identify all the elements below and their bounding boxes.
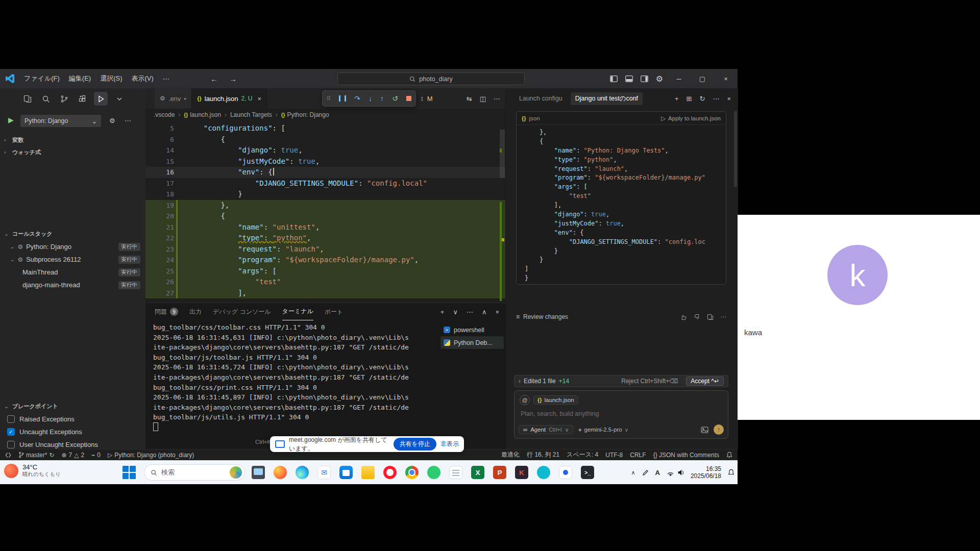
taskbar-mail-icon[interactable]: ✉ [315, 463, 333, 482]
review-more-icon[interactable]: ⋯ [720, 313, 726, 320]
explorer-icon[interactable] [20, 92, 34, 106]
menu-item[interactable]: 編集(E) [64, 74, 95, 83]
taskbar-dark-app-icon[interactable]: K [512, 463, 531, 482]
restart-icon[interactable]: ↺ [392, 94, 398, 103]
window-maximize-button[interactable]: ▢ [691, 69, 714, 88]
step-out-icon[interactable]: ↑ [380, 94, 384, 103]
breakpoint-checkbox[interactable] [7, 441, 15, 448]
section-call-stack[interactable]: ⌄ コールスタック [0, 228, 145, 239]
edited-files-row[interactable]: › Edited 1 file +14 Reject Ctrl+Shift+⌫ … [514, 375, 728, 387]
chat-input-box[interactable]: @ {} launch.json Plan, search, build any… [514, 390, 728, 439]
taskbar-explorer-icon[interactable] [359, 463, 377, 482]
step-into-icon[interactable]: ↓ [369, 94, 372, 103]
ports-status[interactable]: ⌁ 0 [91, 452, 101, 459]
code-line[interactable]: "name": "Python: Django Tests", [523, 146, 723, 156]
taskbar-chrome-icon[interactable] [403, 463, 421, 482]
callstack-item[interactable]: MainThread実行中 [0, 266, 145, 279]
agent-mode-picker[interactable]: ∞ Agent Ctrl+I ∨ [519, 425, 573, 434]
code-line[interactable]: "DJANGO_SETTINGS_MODULE": "config.loc [523, 238, 723, 247]
code-line[interactable]: 14 "django": true, [145, 145, 505, 156]
window-minimize-button[interactable]: ─ [667, 69, 691, 88]
code-line[interactable]: } [523, 274, 723, 283]
eol-status[interactable]: CRLF [630, 452, 646, 459]
taskbar-desktop-icon[interactable] [249, 463, 267, 482]
extensions-icon[interactable] [76, 92, 89, 106]
code-line[interactable]: "env": { [523, 229, 723, 238]
code-line[interactable]: } [523, 256, 723, 265]
menu-item[interactable]: 選択(S) [95, 74, 127, 83]
panel-more-icon[interactable]: ⋯ [467, 308, 473, 316]
notifications-bell-icon[interactable] [726, 452, 732, 458]
code-line[interactable]: 21 "name": "unittest", [145, 222, 505, 233]
breakpoint-checkbox[interactable]: ✓ [7, 428, 15, 436]
breakpoint-checkbox[interactable] [7, 415, 15, 423]
code-line[interactable]: ], [523, 201, 723, 210]
callstack-item[interactable]: ⌄⚙Python: Django実行中 [0, 240, 145, 253]
forward-icon[interactable]: → [229, 74, 237, 83]
menu-item[interactable]: ⋯ [158, 75, 174, 83]
callstack-item[interactable]: ⌄⚙Subprocess 26112実行中 [0, 253, 145, 266]
language-mode-status[interactable]: {} JSON with Comments [653, 452, 719, 459]
breadcrumb-item[interactable]: {}launch.json [184, 111, 221, 118]
section-variables[interactable]: › 変数 [0, 134, 145, 145]
run-debug-icon[interactable] [94, 92, 108, 106]
taskbar-firefox-icon[interactable] [271, 463, 289, 482]
code-editor[interactable]: 5 "configurations": [6 {14 "django": tru… [145, 120, 505, 303]
search-highlight-thumbnail[interactable] [230, 466, 242, 479]
stop-sharing-button[interactable]: 共有を停止 [394, 438, 436, 450]
code-line[interactable]: } [523, 247, 723, 256]
menu-item[interactable]: 表示(V) [127, 74, 158, 83]
code-line[interactable]: ] [523, 265, 723, 274]
section-watch[interactable]: › ウォッチ式 [0, 146, 145, 158]
breadcrumb-item[interactable]: .vscode [154, 111, 175, 118]
encoding-status[interactable]: UTF-8 [605, 452, 623, 459]
thumbs-up-icon[interactable] [680, 314, 687, 320]
debug-more-icon[interactable]: ⋯ [125, 117, 131, 124]
code-line[interactable]: { [523, 137, 723, 146]
breakpoint-item[interactable]: Raised Exceptions [0, 413, 145, 425]
open-changes-icon[interactable]: ⇆ [467, 95, 472, 103]
code-line[interactable]: 25 "args": [ [145, 266, 505, 277]
panel-tab[interactable]: 問題9 [155, 304, 178, 320]
scrollbar-thumb[interactable] [500, 130, 505, 178]
terminal-instance-python[interactable]: Python Deb... [440, 336, 504, 349]
overview-ruler[interactable] [499, 120, 505, 303]
more-views-chevron-icon[interactable] [112, 92, 126, 106]
accept-edits-button[interactable]: Accept ^↵ [686, 377, 724, 386]
launch-config-select[interactable]: Python: Django ⌄ [20, 115, 101, 127]
taskbar-teal-app-icon[interactable] [534, 463, 553, 482]
code-line[interactable]: 22 "type": "python", [145, 233, 505, 244]
network-volume-icons[interactable] [667, 469, 684, 476]
thumbs-down-icon[interactable] [694, 314, 700, 320]
window-close-button[interactable]: × [714, 69, 738, 88]
code-line[interactable]: "justMyCode": true, [523, 219, 723, 229]
source-control-icon[interactable] [57, 92, 71, 106]
code-line[interactable]: 17 "DJANGO_SETTINGS_MODULE": "config.loc… [145, 178, 505, 189]
tab-partially-hidden[interactable]: t M [421, 88, 432, 109]
taskbar-notepad-icon[interactable] [447, 463, 465, 482]
remote-indicator[interactable] [5, 452, 11, 458]
close-panel-icon[interactable]: × [495, 308, 499, 316]
weather-widget[interactable]: 34°C 晴れのちくもり [4, 463, 61, 478]
panel-tab[interactable]: ターミナル [282, 304, 313, 320]
send-button[interactable]: ↑ [714, 424, 724, 435]
panel-tab[interactable]: 出力 [189, 304, 202, 320]
code-line[interactable]: }, [523, 128, 723, 137]
code-line[interactable]: "program": "${workspaceFolder}/manage.py… [523, 173, 723, 183]
chat-tab-inactive[interactable]: Launch configu [519, 95, 562, 102]
code-line[interactable]: 6 { [145, 134, 505, 145]
code-line[interactable]: 16 "env": { [145, 167, 505, 178]
git-branch-status[interactable]: master* ↻ [18, 452, 54, 459]
notification-bell-icon[interactable] [728, 469, 734, 476]
editor-more-icon[interactable]: ⋯ [494, 95, 500, 103]
maximize-panel-icon[interactable]: ∧ [482, 308, 487, 316]
breadcrumb-item[interactable]: {}Python: Django [281, 111, 329, 118]
terminal-dropdown-icon[interactable]: ∨ [453, 308, 458, 316]
context-chip-launch-json[interactable]: {} launch.json [533, 395, 578, 405]
code-line[interactable]: 5 "configurations": [ [145, 123, 505, 134]
code-line[interactable]: 20 { [145, 211, 505, 222]
new-chat-icon[interactable]: + [675, 95, 679, 103]
taskbar-powerpoint-icon[interactable]: P [491, 463, 509, 482]
command-center-search[interactable]: photo_diary [337, 72, 525, 85]
tab-launch-json[interactable]: {} launch.json 2, U × [192, 88, 267, 109]
